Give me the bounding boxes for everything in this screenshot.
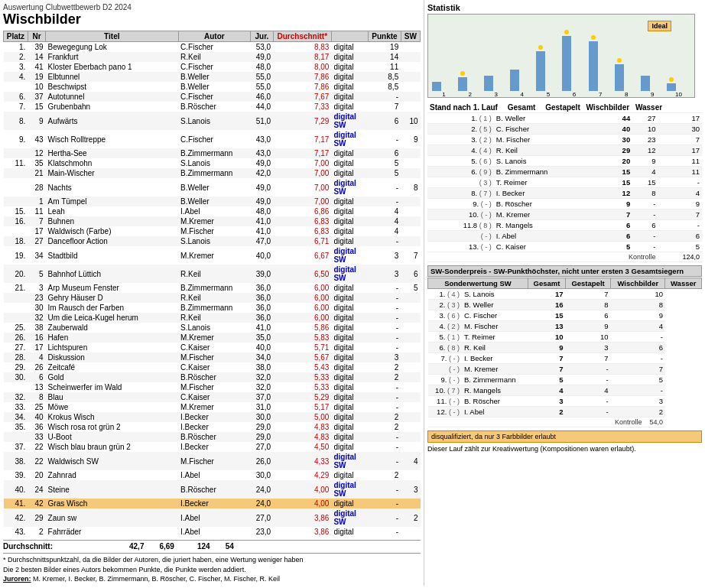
stand-wischbilder: 7 xyxy=(658,210,702,220)
juroren-list: M. Kremer, I. Becker, B. Zimmermann, B. … xyxy=(33,575,280,583)
cell-jur: 38,0 xyxy=(251,362,273,372)
cell-titel: Elbtunnel xyxy=(46,72,179,82)
cell-titel: Zauberwald xyxy=(46,323,179,333)
cell-platz: 32. xyxy=(4,392,28,402)
cell-sw xyxy=(401,168,420,178)
cell-platz xyxy=(4,168,28,178)
sw-wischbilder: - xyxy=(611,353,665,364)
cell-platz: 18. xyxy=(4,236,28,246)
cell-sw xyxy=(401,352,420,362)
cell-nr: 17 xyxy=(28,226,45,236)
cell-punkte: - xyxy=(369,92,401,102)
cell-punkte: - xyxy=(369,323,401,333)
sw-name: S. Lanois xyxy=(462,289,528,300)
cell-titel: Zaun sw xyxy=(46,508,179,527)
cell-dig: digital xyxy=(331,323,368,333)
stand-name: B. Röscher xyxy=(494,199,607,210)
sw-col-wasser: Wasser xyxy=(665,278,702,289)
cell-sw xyxy=(401,362,420,372)
stand-rank: 1. ( 1 ) xyxy=(427,113,494,124)
stand-name: I. Abel xyxy=(494,231,607,242)
stand-wischbilder: 17 xyxy=(658,145,702,156)
chart-x-label: 8 xyxy=(615,91,638,98)
table-row: 16. 7 Buhnen M.Kremer 41,0 6,83 digital … xyxy=(4,216,421,226)
cell-titel: Möwe xyxy=(46,402,179,412)
cell-autor: C.Fischer xyxy=(178,92,251,102)
cell-sw xyxy=(401,82,420,92)
cell-dig: digital xyxy=(331,303,368,313)
cell-punkte: - xyxy=(369,313,401,323)
cell-avg: 5,67 xyxy=(273,352,331,362)
sw-gesamt: 9 xyxy=(528,343,565,353)
cell-nr: 40 xyxy=(28,412,45,422)
cell-dig: digital xyxy=(331,62,368,72)
cell-sw xyxy=(401,527,420,537)
kontrolle-val: 124,0 xyxy=(658,252,702,262)
col-header-autor: Autor xyxy=(178,31,251,42)
stand-rank: 5. ( 6 ) xyxy=(427,156,494,167)
cell-dig: digital xyxy=(331,283,368,293)
cell-nr: 20 xyxy=(28,470,45,480)
table-row: 28. 4 Diskussion M.Fischer 34,0 5,67 dig… xyxy=(4,352,421,362)
stand-rank: 2. ( 5 ) xyxy=(427,124,494,135)
chart-bar-group xyxy=(484,76,508,91)
cell-dig: digital SW xyxy=(331,508,368,527)
cell-nr: 13 xyxy=(28,382,45,392)
cell-titel: Dancefloor Action xyxy=(46,236,179,246)
cell-autor: R.Keil xyxy=(178,265,251,283)
cell-platz xyxy=(4,178,28,197)
cell-punkte: - xyxy=(369,130,401,148)
cell-avg: 7,86 xyxy=(273,72,331,82)
chart-bar xyxy=(458,77,467,91)
cell-jur: 48,0 xyxy=(251,62,273,72)
cell-titel: Steine xyxy=(46,480,179,499)
header-subtitle: Auswertung Clubwettbewerb D2 2024 xyxy=(3,3,421,11)
sw-col-wischbilder: Wischbilder xyxy=(611,278,665,289)
cell-jur: 32,0 xyxy=(251,382,273,392)
sw-gesamt: 7 xyxy=(528,364,565,375)
col-header-sw: SW xyxy=(401,31,420,42)
cell-nr: 14 xyxy=(28,52,45,62)
cell-titel: Grubenbahn xyxy=(46,102,179,112)
cell-punkte: - xyxy=(369,432,401,442)
sw-row: 6. ( 8 ) R. Keil 9 3 6 xyxy=(428,343,702,353)
stand-gesamt: 20 xyxy=(607,156,632,167)
cell-jur: 26,0 xyxy=(251,452,273,470)
cell-autor: M.Kremer xyxy=(178,402,251,412)
cell-punkte: - xyxy=(369,508,401,527)
cell-avg: 3,86 xyxy=(273,508,331,527)
sw-gesamt: 15 xyxy=(528,310,565,321)
cell-autor: M.Kremer xyxy=(178,333,251,343)
table-row: 25. 38 Zauberwald S.Lanois 41,0 5,86 dig… xyxy=(4,323,421,333)
cell-sw xyxy=(401,470,420,480)
cell-sw: 2 xyxy=(401,508,420,527)
cell-punkte: - xyxy=(369,178,401,197)
stand-rank: 3. ( 2 ) xyxy=(427,135,494,145)
cell-titel: Klatschmohn xyxy=(46,158,179,168)
table-row: 20. 5 Bahnhof Lüttich R.Keil 39,0 6,50 d… xyxy=(4,265,421,283)
cell-sw xyxy=(401,102,420,112)
cell-avg: 6,86 xyxy=(273,206,331,216)
cell-punkte: - xyxy=(369,442,401,452)
cell-titel: Lichtspuren xyxy=(46,343,179,352)
cell-sw xyxy=(401,323,420,333)
stand-gestapelt: 10 xyxy=(632,124,658,135)
cell-sw xyxy=(401,392,420,402)
cell-punkte: - xyxy=(369,293,401,303)
cell-jur: 41,0 xyxy=(251,323,273,333)
cell-dig: digital SW xyxy=(331,246,368,265)
cell-platz: 28. xyxy=(4,352,28,362)
cell-jur: 41,0 xyxy=(251,226,273,236)
cell-titel: Buhnen xyxy=(46,216,179,226)
cell-jur: 49,0 xyxy=(251,197,273,206)
sw-gestapelt: 8 xyxy=(566,300,611,310)
cell-punkte: 8,5 xyxy=(369,82,401,92)
cell-dig: digital xyxy=(331,442,368,452)
cell-jur: 30,0 xyxy=(251,412,273,422)
cell-sw xyxy=(401,372,420,382)
cell-titel: Gras Wisch xyxy=(46,499,179,508)
header-area: Auswertung Clubwettbewerb D2 2024 Wischb… xyxy=(3,3,421,28)
sw-kontrolle-row: Kontrolle 54,0 xyxy=(428,417,702,427)
cell-punkte: - xyxy=(369,392,401,402)
cell-titel: Stadtbild xyxy=(46,246,179,265)
